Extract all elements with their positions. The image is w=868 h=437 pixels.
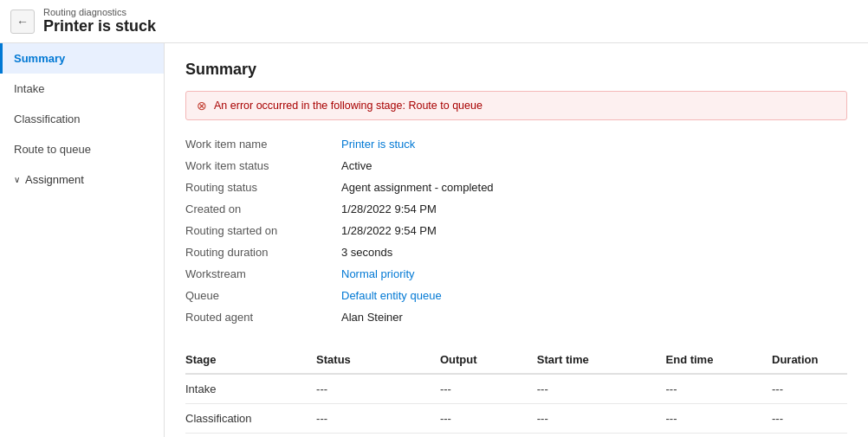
endtime-cell-route-to-queue: 1/28/2022 9:5... bbox=[666, 434, 772, 438]
sidebar: Summary Intake Classification Route to q… bbox=[0, 43, 165, 437]
duration-cell-classification: --- bbox=[772, 404, 847, 434]
info-label-0: Work item name bbox=[185, 136, 341, 152]
col-header-start-time: Start time bbox=[537, 346, 666, 374]
output-cell-classification: --- bbox=[440, 404, 537, 434]
header-text: Routing diagnostics Printer is stuck bbox=[43, 7, 156, 35]
info-value-created-on: 1/28/2022 9:54 PM bbox=[341, 201, 847, 217]
col-header-stage: Stage bbox=[185, 346, 316, 374]
info-label-4: Routing started on bbox=[185, 222, 341, 239]
starttime-cell-route-to-queue: 1/28/2022 9:54 PM bbox=[537, 434, 666, 438]
info-label-1: Work item status bbox=[185, 157, 341, 174]
breadcrumb: Routing diagnostics bbox=[43, 7, 156, 17]
starttime-cell-intake: --- bbox=[537, 374, 666, 404]
error-icon: ⊗ bbox=[197, 99, 207, 112]
sidebar-item-route-to-queue[interactable]: Route to queue bbox=[0, 134, 164, 164]
info-grid: Work item name Printer is stuck Work ite… bbox=[185, 136, 847, 325]
output-cell-intake: --- bbox=[440, 374, 537, 404]
header: ← Routing diagnostics Printer is stuck bbox=[0, 0, 868, 43]
main-layout: Summary Intake Classification Route to q… bbox=[0, 43, 868, 437]
stage-table: Stage Status Output Start time End time … bbox=[185, 346, 847, 437]
output-cell-route-to-queue: --- bbox=[440, 434, 537, 438]
sidebar-item-summary[interactable]: Summary bbox=[0, 43, 164, 74]
endtime-cell-classification: --- bbox=[666, 404, 772, 434]
duration-cell-route-to-queue: 0 seconds bbox=[772, 434, 847, 438]
info-label-3: Created on bbox=[185, 201, 341, 217]
status-cell-route-to-queue: ✘ Error bbox=[316, 434, 440, 438]
info-label-8: Routed agent bbox=[185, 309, 341, 325]
info-label-7: Queue bbox=[185, 287, 341, 304]
info-label-6: Workstream bbox=[185, 266, 341, 282]
page-header-title: Printer is stuck bbox=[43, 17, 156, 35]
stage-cell-classification: Classification bbox=[185, 404, 316, 434]
sidebar-item-intake[interactable]: Intake bbox=[0, 74, 164, 104]
back-button[interactable]: ← bbox=[10, 10, 35, 34]
col-header-status: Status bbox=[316, 346, 440, 374]
stage-cell-intake: Intake bbox=[185, 374, 316, 404]
sidebar-item-assignment[interactable]: ∨ Assignment bbox=[0, 164, 164, 195]
chevron-icon: ∨ bbox=[14, 175, 20, 184]
endtime-cell-intake: --- bbox=[666, 374, 772, 404]
info-label-5: Routing duration bbox=[185, 244, 341, 260]
sidebar-item-classification[interactable]: Classification bbox=[0, 104, 164, 134]
info-value-work-item-name[interactable]: Printer is stuck bbox=[341, 136, 847, 152]
table-row: Classification --- --- --- --- --- bbox=[185, 404, 847, 434]
info-value-routed-agent: Alan Steiner bbox=[341, 309, 847, 325]
table-row: Route to queue ✘ Error --- 1/28/2022 9:5… bbox=[185, 434, 847, 438]
col-header-output: Output bbox=[440, 346, 537, 374]
info-value-routing-duration: 3 seconds bbox=[341, 244, 847, 260]
col-header-duration: Duration bbox=[772, 346, 847, 374]
info-value-routing-status: Agent assignment - completed bbox=[341, 179, 847, 196]
stage-cell-route-to-queue: Route to queue bbox=[185, 434, 316, 438]
starttime-cell-classification: --- bbox=[537, 404, 666, 434]
info-value-routing-started-on: 1/28/2022 9:54 PM bbox=[341, 222, 847, 239]
error-message: An error occurred in the following stage… bbox=[214, 100, 483, 112]
info-label-2: Routing status bbox=[185, 179, 341, 196]
info-value-work-item-status: Active bbox=[341, 157, 847, 174]
duration-cell-intake: --- bbox=[772, 374, 847, 404]
info-value-queue[interactable]: Default entity queue bbox=[341, 287, 847, 304]
error-banner: ⊗ An error occurred in the following sta… bbox=[185, 91, 847, 120]
content-area: Summary ⊗ An error occurred in the follo… bbox=[165, 43, 868, 437]
table-row: Intake --- --- --- --- --- bbox=[185, 374, 847, 404]
page-title: Summary bbox=[185, 61, 847, 79]
status-cell-classification: --- bbox=[316, 404, 440, 434]
info-value-workstream[interactable]: Normal priority bbox=[341, 266, 847, 282]
col-header-end-time: End time bbox=[666, 346, 772, 374]
status-cell-intake: --- bbox=[316, 374, 440, 404]
